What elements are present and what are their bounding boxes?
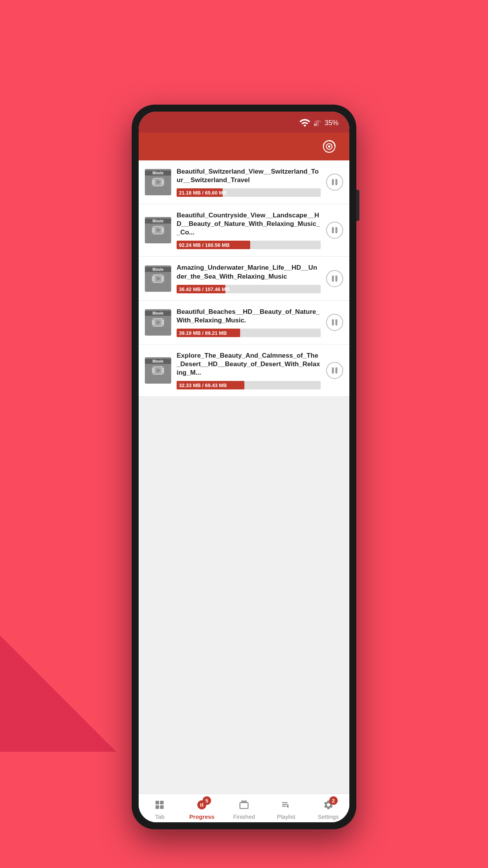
nav-item-playlist[interactable]: Playlist — [265, 798, 307, 820]
status-icons: 35% — [299, 117, 339, 129]
svg-rect-31 — [162, 325, 164, 326]
progress-text: 21.18 MB / 65.60 MB — [179, 190, 227, 196]
item-title: Explore_The_Beauty_And_Calmness_of_The_D… — [177, 351, 321, 377]
pause-button[interactable] — [326, 222, 343, 239]
svg-rect-10 — [162, 185, 164, 186]
svg-rect-30 — [152, 325, 153, 326]
download-item: Movie Amazing_Underwater_Marine_Life__HD… — [139, 257, 349, 300]
nav-icon-progress: 5 — [193, 798, 210, 812]
movie-thumbnail: Movie — [145, 265, 171, 292]
progress-bar: 36.42 MB / 107.46 MB — [177, 285, 321, 293]
pause-button[interactable] — [326, 174, 343, 191]
nav-icon-settings: 2 — [320, 798, 337, 812]
pause-icon — [332, 227, 337, 233]
pause-button[interactable] — [326, 362, 343, 379]
progress-bar: 92.24 MB / 180.56 MB — [177, 241, 321, 249]
top-bar — [139, 133, 349, 160]
svg-rect-43 — [156, 805, 159, 809]
svg-rect-41 — [156, 801, 159, 804]
nav-icon-playlist — [278, 798, 295, 812]
item-info: Beautiful_Countryside_View__Landscape__H… — [177, 211, 321, 249]
svg-rect-28 — [152, 318, 153, 320]
svg-rect-37 — [152, 373, 153, 375]
pause-button[interactable] — [326, 314, 343, 331]
download-list: Movie Beautiful_Switzerland_View__Switze… — [139, 160, 349, 794]
film-icon — [150, 363, 166, 378]
item-title: Beautiful_Countryside_View__Landscape__H… — [177, 211, 321, 237]
svg-rect-35 — [152, 366, 153, 368]
status-bar: 35% — [139, 112, 349, 133]
wifi-icon — [299, 117, 311, 129]
phone-mockup: 35% — [132, 105, 356, 829]
signal-icon — [314, 119, 321, 127]
progress-text: 39.19 MB / 89.21 MB — [179, 330, 227, 336]
svg-rect-2 — [318, 121, 319, 126]
nav-badge: 5 — [203, 796, 211, 805]
pause-icon — [332, 276, 337, 282]
progress-bar: 32.33 MB / 69.43 MB — [177, 381, 321, 389]
nav-icon-tab — [151, 798, 168, 812]
bottom-nav: Tab 5 Progress Finished Playlist 2 Setti… — [139, 794, 349, 822]
movie-thumbnail: Movie — [145, 309, 171, 336]
pause-button[interactable] — [326, 270, 343, 287]
movie-label: Movie — [145, 219, 171, 224]
movie-label: Movie — [145, 267, 171, 272]
background-decoration — [0, 636, 116, 752]
download-item: Movie Beautiful_Countryside_View__Landsc… — [139, 204, 349, 257]
film-icon — [150, 315, 166, 330]
film-icon — [150, 174, 166, 190]
item-info: Beautiful_Switzerland_View__Switzerland_… — [177, 167, 321, 197]
svg-rect-29 — [162, 318, 164, 320]
movie-thumbnail: Movie — [145, 217, 171, 243]
svg-rect-24 — [162, 281, 164, 282]
svg-rect-17 — [162, 233, 164, 234]
movie-label: Movie — [145, 311, 171, 316]
svg-rect-16 — [152, 233, 153, 234]
nav-item-progress[interactable]: 5 Progress — [181, 798, 223, 820]
download-item: Movie Explore_The_Beauty_And_Calmness_of… — [139, 344, 349, 397]
pause-icon — [332, 179, 337, 185]
progress-text: 36.42 MB / 107.46 MB — [179, 286, 230, 292]
phone-shell: 35% — [132, 105, 356, 829]
download-item: Movie Beautiful_Switzerland_View__Switze… — [139, 160, 349, 204]
movie-thumbnail: Movie — [145, 357, 171, 384]
cd-icon[interactable] — [322, 140, 336, 153]
nav-label: Progress — [189, 813, 215, 820]
progress-text: 92.24 MB / 180.56 MB — [179, 242, 230, 248]
movie-thumbnail: Movie — [145, 169, 171, 195]
progress-bar: 39.19 MB / 89.21 MB — [177, 329, 321, 337]
svg-rect-14 — [152, 226, 153, 227]
item-info: Amazing_Underwater_Marine_Life__HD__Unde… — [177, 264, 321, 293]
pause-icon — [332, 367, 337, 374]
movie-label: Movie — [145, 170, 171, 176]
svg-rect-42 — [160, 801, 164, 804]
download-item: Movie Beautiful_Beaches__HD__Beauty_of_N… — [139, 301, 349, 344]
item-info: Explore_The_Beauty_And_Calmness_of_The_D… — [177, 351, 321, 389]
nav-label: Tab — [155, 813, 164, 820]
film-icon — [150, 222, 166, 238]
nav-item-finished[interactable]: Finished — [223, 798, 265, 820]
item-title: Beautiful_Beaches__HD__Beauty_of_Nature_… — [177, 308, 321, 325]
nav-label: Finished — [233, 813, 255, 820]
svg-rect-15 — [162, 226, 164, 227]
pause-icon — [332, 319, 337, 326]
nav-icon-finished — [235, 798, 253, 812]
svg-rect-1 — [316, 122, 317, 126]
phone-screen: 35% — [139, 112, 349, 822]
nav-label: Settings — [318, 813, 339, 820]
item-title: Amazing_Underwater_Marine_Life__HD__Unde… — [177, 264, 321, 281]
svg-rect-36 — [162, 366, 164, 368]
svg-point-5 — [328, 145, 330, 148]
progress-bar: 21.18 MB / 65.60 MB — [177, 188, 321, 197]
movie-label: Movie — [145, 359, 171, 364]
svg-rect-38 — [162, 373, 164, 375]
svg-rect-0 — [314, 124, 316, 126]
svg-rect-22 — [162, 274, 164, 276]
nav-item-tab[interactable]: Tab — [139, 798, 181, 820]
item-title: Beautiful_Switzerland_View__Switzerland_… — [177, 167, 321, 184]
svg-rect-7 — [152, 178, 153, 179]
battery-status: 35% — [325, 119, 339, 127]
progress-text: 32.33 MB / 69.43 MB — [179, 382, 227, 388]
nav-item-settings[interactable]: 2 Settings — [307, 798, 349, 820]
film-icon — [150, 271, 166, 286]
